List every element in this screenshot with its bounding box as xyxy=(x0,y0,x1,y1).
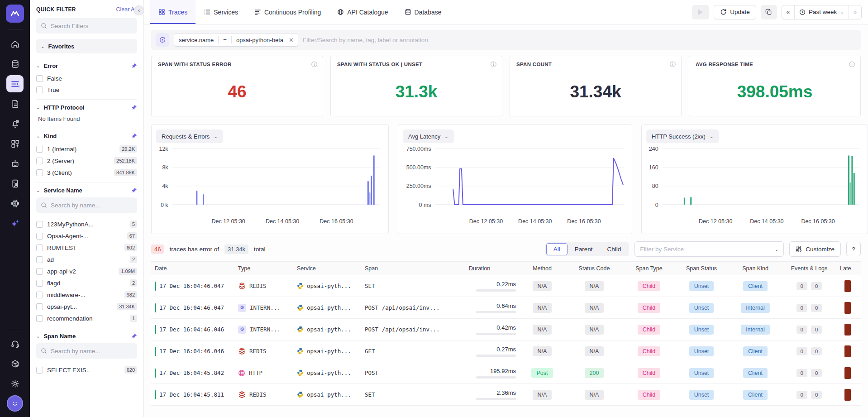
filter-option[interactable]: ad 2 xyxy=(36,254,137,265)
rail-bot[interactable] xyxy=(6,155,24,172)
col-type[interactable]: Type xyxy=(234,265,293,272)
info-icon[interactable]: ⓘ xyxy=(491,61,496,69)
chart-metric-select[interactable]: HTTP Success (2xx)⌄ xyxy=(646,129,719,143)
checkbox[interactable] xyxy=(36,158,43,164)
checkbox[interactable] xyxy=(36,244,43,251)
filter-option[interactable]: app-api-v2 1.09M xyxy=(36,265,137,277)
checkbox[interactable] xyxy=(36,315,43,322)
table-row[interactable]: 17 Dec 16:04:45.842 HTTP opsai-pyth... P… xyxy=(151,362,861,384)
checkbox[interactable] xyxy=(36,233,43,240)
rail-rum[interactable] xyxy=(6,175,24,192)
checkbox[interactable] xyxy=(36,292,43,298)
checkbox[interactable] xyxy=(36,268,43,275)
filter-option[interactable]: Opsai-Agent-... 67 xyxy=(36,230,137,242)
rail-home[interactable] xyxy=(6,35,24,53)
table-row[interactable]: 17 Dec 16:04:46.047 ⚙INTERN... opsai-pyt… xyxy=(151,297,861,319)
col-duration[interactable]: Duration xyxy=(465,265,520,272)
info-icon[interactable]: ⓘ xyxy=(670,61,676,69)
table-row[interactable]: 17 Dec 16:04:46.046 REDIS opsai-pyth... … xyxy=(151,340,861,362)
checkbox[interactable] xyxy=(36,303,43,310)
filter-option[interactable]: 123MyPythonA... 5 xyxy=(36,218,137,230)
section-header-http-protocol[interactable]: ⌄ HTTP Protocol xyxy=(36,104,137,111)
chart-metric-select[interactable]: Requests & Errors⌄ xyxy=(156,129,223,143)
tab-api-catalogue[interactable]: API Catalogue xyxy=(329,0,396,24)
tab-continuous-profiling[interactable]: Continuous Profiling xyxy=(246,0,329,24)
checkbox[interactable] xyxy=(36,256,43,263)
checkbox[interactable] xyxy=(36,169,43,176)
section-header-error[interactable]: ⌄ Error xyxy=(36,62,137,69)
rail-dashboards[interactable] xyxy=(6,135,24,152)
rail-infra-chip[interactable] xyxy=(6,195,24,212)
update-button[interactable]: Update xyxy=(714,5,756,19)
col-events-logs[interactable]: Events & Logs xyxy=(782,265,836,272)
filter-option[interactable]: SELECT EXIS.. 620 xyxy=(36,364,137,376)
rail-integrations[interactable] xyxy=(6,355,24,372)
info-icon[interactable]: ⓘ xyxy=(311,61,317,69)
time-forward-button[interactable]: » xyxy=(849,5,861,19)
span-name-search-input[interactable]: Search by name... xyxy=(36,343,137,359)
filter-option[interactable]: 1 (Internal) 29.2K xyxy=(36,143,137,155)
filter-search-input[interactable]: Search Filters xyxy=(36,18,137,34)
filter-option[interactable]: True xyxy=(36,84,137,96)
tab-services[interactable]: Services xyxy=(196,0,246,24)
pin-icon[interactable] xyxy=(131,133,137,139)
chart-metric-select[interactable]: Avg Latency⌄ xyxy=(403,129,454,143)
pin-icon[interactable] xyxy=(131,105,137,110)
filter-by-service-select[interactable]: Filter by Service ⌄ xyxy=(634,241,784,257)
filter-option[interactable]: recommendation 1 xyxy=(36,312,137,324)
checkbox[interactable] xyxy=(36,280,43,287)
rail-alerts[interactable] xyxy=(6,115,24,132)
ai-filter-button[interactable] xyxy=(156,33,169,47)
section-header-span-name[interactable]: ⌄ Span Name xyxy=(36,333,137,340)
rail-support[interactable] xyxy=(6,335,24,352)
filter-chip-service-name[interactable]: service.name = opsai-python-beta ✕ xyxy=(174,33,298,47)
table-row[interactable]: 17 Dec 16:04:46.047 REDIS opsai-pyth... … xyxy=(151,275,861,297)
col-span-type[interactable]: Span Type xyxy=(624,265,674,272)
checkbox[interactable] xyxy=(36,221,43,228)
checkbox[interactable] xyxy=(36,146,43,153)
pin-icon[interactable] xyxy=(131,63,137,69)
copy-link-button[interactable] xyxy=(761,5,777,19)
col-status-code[interactable]: Status Code xyxy=(565,265,624,272)
favorites-group[interactable]: ⌄ Favorites xyxy=(36,39,137,53)
col-span-status[interactable]: Span Status xyxy=(674,265,729,272)
col-span-kind[interactable]: Span Kind xyxy=(729,265,782,272)
checkbox[interactable] xyxy=(36,367,43,374)
time-back-button[interactable]: « xyxy=(782,5,794,19)
pin-icon[interactable] xyxy=(131,333,137,339)
chip-remove-icon[interactable]: ✕ xyxy=(288,37,298,43)
help-button[interactable]: ? xyxy=(846,242,861,256)
toggle-all[interactable]: All xyxy=(546,243,568,255)
info-icon[interactable]: ⓘ xyxy=(849,61,855,69)
brand-logo[interactable] xyxy=(6,5,24,23)
rail-logs[interactable] xyxy=(6,95,24,112)
service-name-search-input[interactable]: Search by name... xyxy=(36,197,137,213)
col-span[interactable]: Span xyxy=(361,265,465,272)
tab-traces[interactable]: Traces xyxy=(150,0,196,24)
filter-option[interactable]: 3 (Client) 841.88K xyxy=(36,167,137,178)
checkbox[interactable] xyxy=(36,75,43,82)
pin-icon[interactable] xyxy=(131,187,137,193)
tab-database[interactable]: Database xyxy=(396,0,450,24)
table-row[interactable]: 17 Dec 16:04:46.046 ⚙INTERN... opsai-pyt… xyxy=(151,319,861,340)
checkbox[interactable] xyxy=(36,86,43,93)
filter-search-placeholder[interactable]: Filter/Search by name, tag, label or ann… xyxy=(303,37,428,43)
filter-option[interactable]: middleware-... 982 xyxy=(36,289,137,301)
col-service[interactable]: Service xyxy=(293,265,361,272)
rail-infrastructure[interactable] xyxy=(6,55,24,72)
live-play-button[interactable] xyxy=(692,5,709,19)
user-avatar[interactable] xyxy=(7,395,23,412)
section-header-service-name[interactable]: ⌄ Service Name xyxy=(36,187,137,194)
customize-button[interactable]: Customize xyxy=(789,241,841,257)
section-header-kind[interactable]: ⌄ Kind xyxy=(36,133,137,139)
filter-option[interactable]: RUMTEST 602 xyxy=(36,242,137,254)
rail-traces[interactable] xyxy=(6,75,24,92)
filter-option[interactable]: False xyxy=(36,73,137,84)
rail-ai-assistant[interactable] xyxy=(6,215,24,232)
col-method[interactable]: Method xyxy=(520,265,565,272)
filter-option[interactable]: flagd 2 xyxy=(36,277,137,289)
col-date[interactable]: Date xyxy=(151,265,234,272)
time-range-selector[interactable]: Past week ⌄ xyxy=(795,5,849,19)
toggle-child[interactable]: Child xyxy=(600,243,628,255)
rail-settings[interactable] xyxy=(6,375,24,392)
